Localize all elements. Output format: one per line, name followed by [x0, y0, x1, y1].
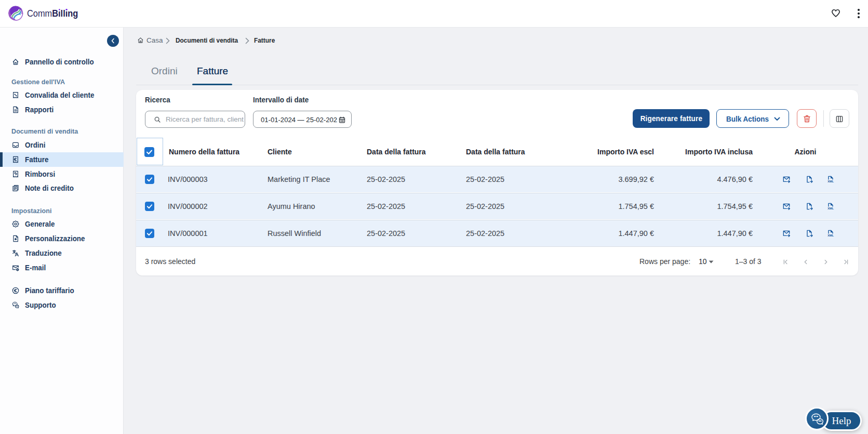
svg-text:XML: XML	[827, 207, 834, 210]
svg-text:XML: XML	[827, 180, 834, 183]
svg-text:XML: XML	[827, 234, 834, 237]
